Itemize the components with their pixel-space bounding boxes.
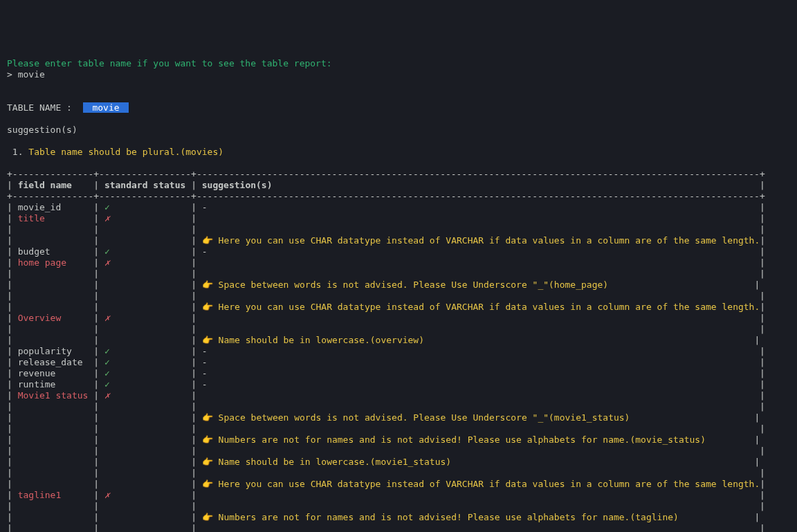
terminal-output: Please enter table name if you want to s… xyxy=(7,58,790,532)
table-name-value: movie xyxy=(83,102,129,113)
